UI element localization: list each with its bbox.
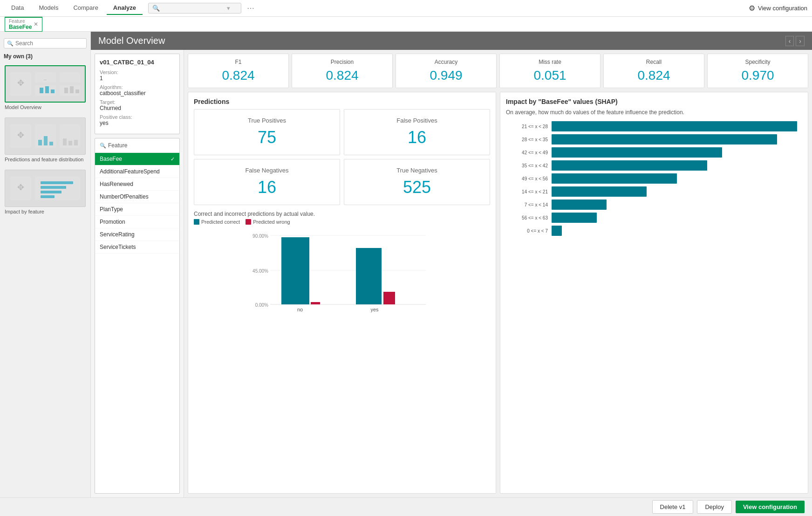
sidebar-search[interactable]: 🔍 [4,38,87,48]
chart-area: 90.00% 45.00% 0.00% [194,228,490,488]
shap-label: 35 <= x < 42 [506,163,548,168]
nav-prev[interactable]: ‹ [785,36,794,46]
page-title-bar: Model Overview ‹ › [91,32,812,50]
svg-rect-38 [356,248,382,304]
feature-item[interactable]: ServiceTickets [95,241,179,254]
main-layout: 🔍 My own (3) ✥ ⎯ [0,32,812,497]
config-icon: ⚙ [749,4,755,13]
target-value: Churned [100,105,175,111]
view-configuration-bottom-button[interactable]: View configuration [736,501,805,513]
svg-rect-11 [70,86,74,93]
predictions-panel: Predictions True Positives75False Positi… [188,92,496,494]
svg-rect-27 [41,186,66,189]
shap-row: 35 <= x < 42 [506,160,802,171]
svg-text:✥: ✥ [17,78,24,88]
feature-item[interactable]: ServiceRating [95,228,179,241]
shap-subtitle: On average, how much do values of the fe… [506,109,802,116]
shap-bar [552,173,677,184]
sidebar-item-model-overview[interactable]: ✥ ⎯ Model Overview [0,62,90,114]
nav-arrows: ‹ › [785,36,805,46]
shap-row: 7 <= x < 14 [506,200,802,210]
positive-class-value: yes [100,120,175,126]
sidebar-search-input[interactable] [15,40,83,47]
shap-label: 21 <= x < 28 [506,124,548,129]
left-panel: v01_CATBC_01_04 Version: 1 Algorithm: ca… [91,50,184,497]
sidebar-item-impact[interactable]: ✥ Impact by feature [0,166,90,218]
svg-text:no: no [297,307,303,312]
shap-label: 14 <= x < 21 [506,189,548,194]
sidebar-item-predictions[interactable]: ✥ Predictions and feature distribution [0,114,90,166]
target-label: Target: [100,99,175,105]
legend-item: Predicted wrong [246,219,290,225]
feature-tag[interactable]: Feature BaseFee ✕ [5,17,42,32]
confusion-matrix: True Positives75False Positives16False N… [194,109,490,205]
nav-tab-compare[interactable]: Compare [67,1,104,15]
nav-next[interactable]: › [796,36,805,46]
svg-rect-36 [281,237,309,304]
algorithm-value: catboost_classifier [100,90,175,96]
svg-text:✥: ✥ [17,131,24,140]
sidebar-item-title-3: Impact by feature [5,209,86,214]
predictions-title: Predictions [194,98,490,105]
confusion-cell: True Positives75 [194,109,340,155]
svg-text:⎯: ⎯ [44,75,47,80]
shap-bar [552,134,777,144]
feature-item[interactable]: PlanType [95,203,179,216]
feature-tag-value: BaseFee [9,24,32,30]
shap-bar [552,147,722,158]
svg-rect-18 [49,142,53,145]
feature-item[interactable]: HasRenewed [95,178,179,191]
svg-rect-28 [41,191,61,193]
svg-rect-29 [41,195,55,198]
metric-card-recall: Recall0.824 [603,54,704,88]
feature-list-label: Feature [108,142,127,149]
dropdown-icon[interactable]: ▾ [227,5,230,12]
svg-rect-17 [44,136,48,145]
nav-tab-data[interactable]: Data [5,1,30,15]
right-content: F10.824Precision0.824Accuracy0.949Miss r… [184,50,812,497]
bar-chart-title: Correct and incorrect predictions by act… [194,211,490,217]
content-area: Model Overview ‹ › v01_CATBC_01_04 Versi… [91,32,812,497]
svg-text:90.00%: 90.00% [252,234,268,239]
nav-tab-analyze[interactable]: Analyze [107,1,143,15]
confusion-cell: True Negatives525 [344,159,490,205]
svg-rect-16 [38,140,42,145]
ellipsis-button[interactable]: ⋯ [243,2,258,14]
legend-item: Predicted correct [194,219,240,225]
shap-chart: 21 <= x < 28 28 <= x < 35 42 <= x < 49 3… [506,121,802,488]
deploy-button[interactable]: Deploy [697,500,731,514]
shap-bar-container [552,160,802,171]
confusion-cell: False Positives16 [344,109,490,155]
close-feature-tag[interactable]: ✕ [34,21,38,28]
inner-layout: v01_CATBC_01_04 Version: 1 Algorithm: ca… [91,50,812,497]
top-search-bar[interactable]: 🔍 v01_CATBC_01_04 ▾ [148,3,241,14]
shap-row: 56 <= x < 63 [506,213,802,223]
algorithm-label: Algorithm: [100,84,175,90]
svg-text:45.00%: 45.00% [252,268,268,274]
feature-item[interactable]: NumberOfPenalties [95,191,179,203]
delete-button[interactable]: Delete v1 [652,500,694,514]
shap-bar-container [552,147,802,158]
shap-label: 49 <= x < 56 [506,176,548,181]
shap-bar [552,160,707,171]
bottom-bar: Delete v1 Deploy View configuration [0,497,812,516]
feature-search-icon: 🔍 [100,143,106,149]
feature-item[interactable]: AdditionalFeatureSpend [95,165,179,178]
feature-item[interactable]: Promotion [95,216,179,228]
svg-rect-8 [45,86,49,93]
top-nav: Data Models Compare Analyze 🔍 v01_CATBC_… [0,0,812,17]
svg-rect-9 [51,89,55,93]
svg-rect-39 [383,292,395,304]
svg-rect-21 [68,141,72,145]
shap-label: 0 <= x < 7 [506,228,548,234]
confusion-cell: False Negatives16 [194,159,340,205]
shap-title: Impact by "BaseFee" values (SHAP) [506,98,802,105]
feature-item[interactable]: BaseFee✓ [95,153,179,165]
svg-rect-22 [74,140,78,145]
nav-tab-models[interactable]: Models [32,1,65,15]
svg-rect-20 [63,138,67,145]
top-search-input[interactable]: v01_CATBC_01_04 [162,5,227,12]
svg-text:✥: ✥ [17,183,24,192]
bar-chart-section: Correct and incorrect predictions by act… [194,211,490,488]
view-configuration-button[interactable]: ⚙ View configuration [749,4,807,13]
